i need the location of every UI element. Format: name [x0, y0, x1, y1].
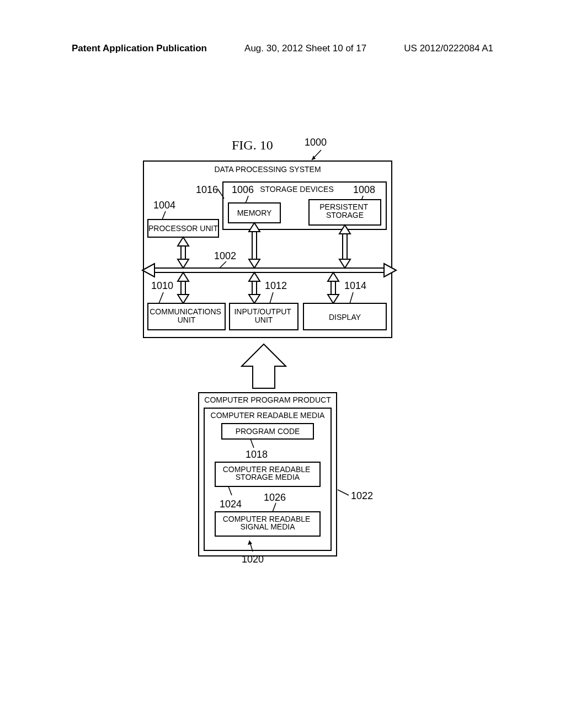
- memory-label: MEMORY: [237, 208, 272, 217]
- persistent-l1: PERSISTENT: [319, 202, 368, 211]
- ref-1002: 1002: [214, 250, 236, 261]
- ref-1008: 1008: [353, 184, 375, 195]
- comm-l2: UNIT: [178, 315, 196, 324]
- ref-1004: 1004: [153, 200, 175, 211]
- ref-1014: 1014: [344, 280, 366, 291]
- ref-1026: 1026: [264, 492, 286, 503]
- cpp-title: COMPUTER PROGRAM PRODUCT: [204, 395, 331, 404]
- ref-1016: 1016: [196, 184, 218, 195]
- persistent-l2: STORAGE: [326, 211, 364, 220]
- dps-title: DATA PROCESSING SYSTEM: [214, 165, 321, 174]
- ref-1020: 1020: [242, 554, 264, 565]
- page: Patent Application Publication Aug. 30, …: [0, 0, 565, 728]
- ref-1022: 1022: [351, 490, 373, 501]
- arrow-cpp-dps: [242, 344, 286, 388]
- ref-1024: 1024: [220, 499, 242, 510]
- comm-l1: COMMUNICATIONS: [150, 307, 221, 316]
- display-label: DISPLAY: [329, 313, 361, 322]
- storage-devices-label: STORAGE DEVICES: [260, 185, 334, 194]
- ref-1006: 1006: [232, 184, 254, 195]
- svg-marker-41: [242, 344, 286, 388]
- processor-label: PROCESSOR UNIT: [148, 224, 218, 233]
- diagram-svg: DATA PROCESSING SYSTEM STORAGE DEVICES 1…: [0, 0, 565, 728]
- crm-title: COMPUTER READABLE MEDIA: [211, 411, 326, 420]
- ref-1010: 1010: [151, 280, 173, 291]
- ref-1012: 1012: [265, 280, 287, 291]
- crsm-l2: STORAGE MEDIA: [236, 473, 300, 481]
- svg-text:PERSISTENT
      STORAGE: PERSISTENT STORAGE: [319, 202, 370, 220]
- ref-1018: 1018: [246, 449, 268, 460]
- crsgm-l2: SIGNAL MEDIA: [240, 522, 295, 531]
- program-code-label: PROGRAM CODE: [236, 427, 300, 436]
- io-l1: INPUT/OUTPUT: [234, 307, 291, 316]
- io-l2: UNIT: [255, 315, 273, 324]
- svg-text:COMPUTER READABLE
      STORAG: COMPUTER READABLE STORAGE MEDIA: [223, 465, 313, 481]
